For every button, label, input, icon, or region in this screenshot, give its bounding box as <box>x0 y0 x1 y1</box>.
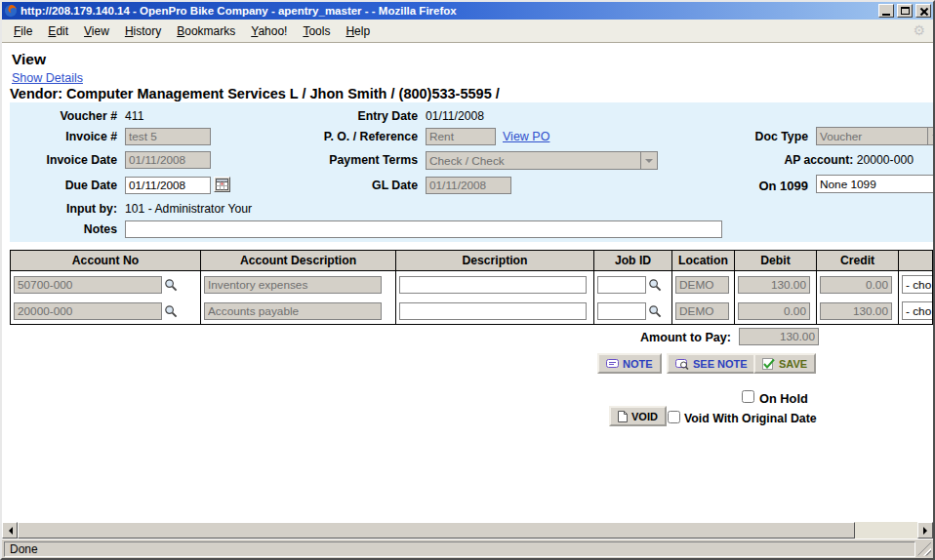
header-description: Description <box>396 251 594 271</box>
calendar-button[interactable] <box>214 177 230 192</box>
invoice-number-label: Invoice # <box>14 130 117 143</box>
chevron-down-icon <box>927 128 933 144</box>
payment-terms-select[interactable]: Check / Check <box>426 151 658 170</box>
status-text: Done <box>4 541 915 557</box>
page-content: View Show Details Vendor: Computer Manag… <box>2 43 933 522</box>
ap-account: AP account: 20000-000 <box>634 153 914 167</box>
menu-bar: File Edit View History Bookmarks Yahoo! … <box>2 20 933 43</box>
menu-history[interactable]: History <box>117 21 169 41</box>
distribution-table-inner: Account No Account Description Descripti… <box>11 251 933 324</box>
credit-field[interactable] <box>820 302 892 320</box>
on-1099-select[interactable]: None 1099 <box>816 175 933 193</box>
job-id-field[interactable] <box>597 276 646 294</box>
menu-help[interactable]: Help <box>338 21 378 41</box>
see-note-button[interactable]: SEE NOTE <box>667 353 756 374</box>
browser-window: http://208.179.140.14 - OpenPro Bike Com… <box>0 0 935 560</box>
page-title: View <box>12 51 46 68</box>
menu-tools[interactable]: Tools <box>295 21 338 41</box>
minimize-button[interactable] <box>878 4 894 18</box>
account-description-field[interactable] <box>204 276 382 294</box>
view-po-link[interactable]: View PO <box>503 130 549 143</box>
voucher-form-panel: Voucher # 411 Entry Date 01/11/2008 Invo… <box>10 102 933 242</box>
due-date-field[interactable] <box>125 177 211 194</box>
maximize-button[interactable] <box>897 4 913 18</box>
note-button[interactable]: NOTE <box>597 353 662 374</box>
account-no-field[interactable] <box>14 302 162 320</box>
invoice-number-field[interactable] <box>125 128 211 145</box>
debit-field[interactable] <box>738 302 810 320</box>
header-credit: Credit <box>817 251 899 271</box>
po-reference-field[interactable] <box>426 128 496 145</box>
menu-view[interactable]: View <box>76 21 117 41</box>
scroll-left-button[interactable] <box>2 522 18 539</box>
firefox-icon <box>4 4 18 18</box>
void-button-label: VOID <box>631 411 658 422</box>
doc-select[interactable]: - cho <box>902 301 933 320</box>
menu-bookmarks[interactable]: Bookmarks <box>169 21 243 41</box>
resize-grip-icon[interactable] <box>917 542 931 556</box>
due-date-label: Due Date <box>14 179 117 192</box>
search-icon[interactable] <box>648 304 662 318</box>
entry-date-value: 01/11/2008 <box>426 109 484 123</box>
header-doc <box>899 251 933 271</box>
search-icon[interactable] <box>164 278 178 292</box>
arrow-right-icon <box>923 527 931 535</box>
show-details-link[interactable]: Show Details <box>12 71 83 85</box>
credit-field[interactable] <box>820 276 892 294</box>
save-button-label: SAVE <box>779 358 807 370</box>
doc-selected: - cho <box>903 304 933 318</box>
close-button[interactable] <box>915 4 931 18</box>
scrollbar-thumb[interactable] <box>18 522 855 539</box>
menu-edit[interactable]: Edit <box>40 21 76 41</box>
entry-date-label: Entry Date <box>303 109 418 123</box>
void-with-original-date-checkbox[interactable] <box>668 411 680 423</box>
account-description-field[interactable] <box>204 302 382 320</box>
invoice-date-field[interactable] <box>125 151 211 169</box>
header-job-id: Job ID <box>594 251 672 271</box>
menu-file[interactable]: File <box>6 21 40 41</box>
header-location: Location <box>672 251 735 271</box>
location-field[interactable] <box>675 302 729 320</box>
table-row: - cho <box>11 271 933 298</box>
payment-terms-label: Payment Terms <box>303 153 418 167</box>
on-hold-label: On Hold <box>759 391 808 406</box>
vendor-heading: Vendor: Computer Management Services L /… <box>10 86 500 101</box>
header-debit: Debit <box>735 251 817 271</box>
calendar-icon <box>216 179 228 190</box>
payment-terms-selected: Check / Check <box>427 154 640 168</box>
header-account-no: Account No <box>11 251 201 271</box>
debit-field[interactable] <box>738 276 810 294</box>
search-icon[interactable] <box>648 278 662 292</box>
notes-field[interactable] <box>125 220 722 238</box>
void-with-original-date-label: Void With Original Date <box>684 412 817 425</box>
on-hold-checkbox[interactable] <box>742 390 754 403</box>
distribution-table: Account No Account Description Descripti… <box>10 250 933 325</box>
description-field[interactable] <box>399 302 587 320</box>
scrollbar-track[interactable] <box>18 522 917 539</box>
table-row: - cho <box>11 298 933 324</box>
void-button[interactable]: VOID <box>609 406 667 426</box>
doc-type-select[interactable]: Voucher <box>816 127 933 145</box>
minimize-icon <box>882 14 890 16</box>
job-id-field[interactable] <box>597 302 646 320</box>
notes-label: Notes <box>14 222 117 236</box>
amount-to-pay-field[interactable] <box>739 328 819 345</box>
menu-yahoo[interactable]: Yahoo! <box>243 21 295 41</box>
input-by-label: Input by: <box>14 202 117 216</box>
ap-account-label: AP account: <box>784 153 853 167</box>
see-note-button-label: SEE NOTE <box>693 358 748 370</box>
doc-select[interactable]: - cho <box>902 275 933 294</box>
location-field[interactable] <box>675 276 729 294</box>
amount-to-pay-label: Amount to Pay: <box>534 331 731 344</box>
scroll-right-button[interactable] <box>917 522 933 539</box>
voucher-number-label: Voucher # <box>14 109 117 123</box>
description-field[interactable] <box>399 276 587 294</box>
doc-type-selected: Voucher <box>817 130 927 143</box>
doc-type-label: Doc Type <box>693 130 808 143</box>
horizontal-scrollbar <box>2 522 933 539</box>
account-no-field[interactable] <box>14 276 162 294</box>
search-icon[interactable] <box>164 304 178 318</box>
on-1099-selected: None 1099 <box>817 178 933 191</box>
save-button[interactable]: SAVE <box>753 353 816 374</box>
gl-date-field[interactable] <box>426 177 511 194</box>
